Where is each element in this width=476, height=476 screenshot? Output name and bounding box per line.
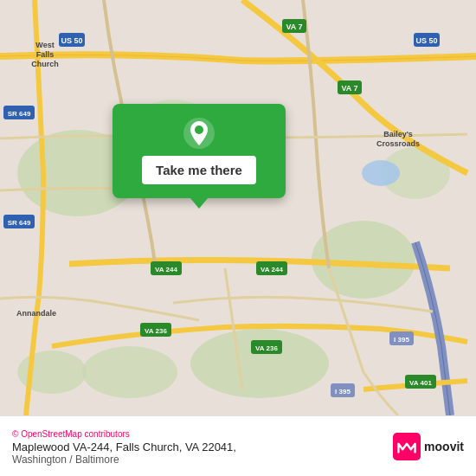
- svg-text:US 50: US 50: [61, 36, 82, 45]
- moovit-logo: moovit: [393, 433, 464, 460]
- svg-point-8: [362, 160, 400, 186]
- svg-text:SR 649: SR 649: [8, 219, 31, 227]
- svg-text:Church: Church: [31, 60, 59, 68]
- svg-text:Falls: Falls: [36, 50, 55, 59]
- popup-card: Take me there: [113, 104, 286, 198]
- moovit-logo-icon: [393, 433, 421, 460]
- svg-rect-43: [393, 433, 421, 460]
- svg-text:VA 7: VA 7: [286, 23, 302, 31]
- svg-text:I 395: I 395: [335, 388, 351, 396]
- map-svg: US 50 US 50 VA 7 VA 7 SR 649 SR 649 VA 2…: [0, 0, 476, 415]
- svg-text:SR 649: SR 649: [8, 110, 31, 118]
- location-pin-icon: [183, 118, 215, 149]
- svg-text:West: West: [35, 41, 54, 49]
- svg-text:VA 236: VA 236: [145, 327, 167, 335]
- osm-credit: © OpenStreetMap contributors: [12, 429, 236, 439]
- svg-text:VA 401: VA 401: [409, 379, 432, 387]
- svg-text:VA 244: VA 244: [155, 266, 177, 273]
- map-area: US 50 US 50 VA 7 VA 7 SR 649 SR 649 VA 2…: [0, 0, 476, 415]
- svg-point-6: [82, 346, 177, 398]
- svg-text:US 50: US 50: [415, 36, 437, 45]
- svg-text:Annandale: Annandale: [16, 309, 56, 318]
- svg-text:Crossroads: Crossroads: [376, 139, 420, 148]
- svg-text:VA 236: VA 236: [255, 344, 278, 352]
- location-subtitle: Washington / Baltimore: [12, 453, 236, 466]
- take-me-there-button[interactable]: Take me there: [142, 156, 256, 184]
- svg-text:VA 7: VA 7: [341, 84, 357, 93]
- svg-point-2: [190, 329, 329, 398]
- svg-text:VA 244: VA 244: [261, 266, 283, 273]
- bottom-bar: © OpenStreetMap contributors Maplewood V…: [0, 415, 476, 476]
- location-name: Maplewood VA-244, Falls Church, VA 22041…: [12, 441, 236, 453]
- svg-point-42: [195, 125, 203, 134]
- svg-text:I 395: I 395: [394, 336, 409, 344]
- moovit-text: moovit: [424, 440, 464, 453]
- location-info: © OpenStreetMap contributors Maplewood V…: [12, 428, 236, 466]
- svg-text:Bailey's: Bailey's: [383, 130, 413, 138]
